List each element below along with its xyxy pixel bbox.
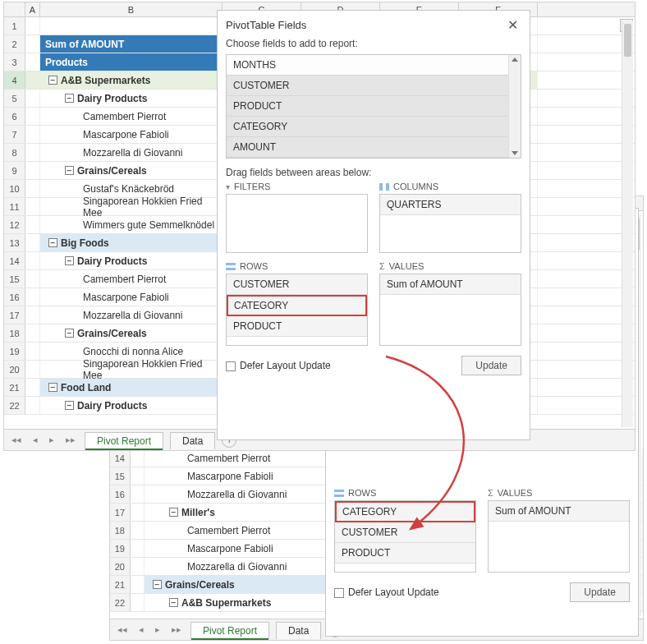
tab-nav-last[interactable]: ▸▸: [169, 624, 184, 635]
rows-icon: [334, 490, 344, 497]
row-header[interactable]: 11: [4, 198, 25, 215]
area-field-item[interactable]: PRODUCT: [335, 543, 475, 564]
defer-layout-checkbox[interactable]: Defer Layout Update: [334, 586, 439, 598]
col-header-A[interactable]: A: [25, 2, 40, 16]
tab-data[interactable]: Data: [276, 622, 321, 639]
col-header-B[interactable]: B: [40, 2, 223, 16]
area-field-item[interactable]: Sum of AMOUNT: [489, 501, 629, 522]
field-list-item[interactable]: CUSTOMER: [227, 76, 521, 96]
area-field-item[interactable]: CATEGORY: [335, 501, 475, 522]
pivot-row-label: Food Land: [61, 382, 111, 393]
collapse-icon[interactable]: −: [169, 508, 178, 517]
row-header[interactable]: 16: [110, 485, 131, 503]
defer-layout-checkbox[interactable]: Defer Layout Update: [226, 360, 331, 371]
field-list[interactable]: MONTHSCUSTOMERPRODUCTCATEGORYAMOUNT: [226, 54, 521, 159]
tab-nav-first[interactable]: ◂◂: [9, 435, 24, 445]
field-list-item[interactable]: AMOUNT: [227, 137, 521, 158]
collapse-icon[interactable]: −: [48, 76, 57, 85]
row-header[interactable]: 12: [4, 216, 25, 233]
row-header[interactable]: 8: [4, 144, 25, 161]
tab-data[interactable]: Data: [170, 432, 215, 449]
row-header[interactable]: 18: [110, 522, 131, 539]
row-header[interactable]: 20: [110, 558, 131, 575]
columns-drop-area[interactable]: QUARTERS: [379, 194, 521, 253]
pivot-row-label: Singaporean Hokkien Fried Mee: [83, 358, 222, 381]
rows-drop-area-2[interactable]: CATEGORYCUSTOMERPRODUCT: [334, 500, 476, 573]
collapse-icon[interactable]: −: [65, 166, 74, 175]
row-header[interactable]: 19: [110, 540, 131, 557]
collapse-icon[interactable]: −: [65, 329, 74, 338]
select-all-corner[interactable]: [4, 2, 25, 16]
values-drop-area-2[interactable]: Sum of AMOUNT: [488, 500, 630, 573]
row-header[interactable]: 14: [4, 252, 25, 269]
pivot-row-label: Camembert Pierrot: [83, 111, 166, 122]
row-header[interactable]: 22: [4, 397, 25, 414]
tab-pivot-report[interactable]: Pivot Report: [85, 432, 163, 450]
row-header[interactable]: 22: [110, 594, 131, 611]
row-header[interactable]: 20: [4, 361, 25, 378]
update-button[interactable]: Update: [461, 356, 521, 375]
row-header[interactable]: 6: [4, 108, 25, 125]
pivot-row-label: Camembert Pierrot: [187, 453, 270, 464]
area-field-item[interactable]: PRODUCT: [227, 316, 367, 337]
close-icon[interactable]: ✕: [504, 17, 521, 33]
tab-nav-first[interactable]: ◂◂: [115, 624, 130, 635]
field-list-item[interactable]: PRODUCT: [227, 96, 521, 117]
row-header[interactable]: 4: [4, 71, 25, 89]
tab-nav-prev[interactable]: ◂: [30, 435, 40, 445]
pivot-row-label: Mascarpone Fabioli: [83, 292, 169, 303]
row-header[interactable]: 5: [4, 90, 25, 107]
tab-nav-last[interactable]: ▸▸: [63, 435, 78, 445]
collapse-icon[interactable]: −: [153, 580, 162, 589]
tab-nav-next[interactable]: ▸: [153, 624, 163, 635]
drag-fields-label: Drag fields between areas below:: [218, 159, 530, 182]
row-header[interactable]: 7: [4, 126, 25, 143]
pane-title: PivotTable Fields: [226, 19, 306, 31]
row-header[interactable]: 18: [4, 324, 25, 342]
collapse-icon[interactable]: −: [65, 256, 74, 265]
row-header[interactable]: 1: [4, 17, 25, 34]
row-header[interactable]: 15: [110, 467, 131, 485]
area-field-item[interactable]: CUSTOMER: [227, 274, 367, 295]
row-header[interactable]: 3: [4, 53, 25, 71]
area-field-item[interactable]: CATEGORY: [227, 295, 367, 316]
vertical-scrollbar[interactable]: [622, 21, 633, 427]
row-header[interactable]: 17: [4, 306, 25, 324]
values-area-label: VALUES: [379, 261, 521, 271]
collapse-icon[interactable]: −: [48, 238, 57, 247]
sigma-icon: [488, 488, 493, 498]
values-area-label: VALUES: [488, 488, 630, 498]
field-list-item[interactable]: MONTHS: [227, 55, 521, 76]
row-header[interactable]: 9: [4, 162, 25, 179]
field-list-item[interactable]: CATEGORY: [227, 117, 521, 137]
row-header[interactable]: 15: [4, 270, 25, 288]
field-list-scrollbar[interactable]: [508, 55, 521, 158]
pivot-row-label: Mozzarella di Giovanni: [187, 489, 287, 500]
pivot-row-label: Grains/Cereals: [77, 165, 147, 177]
row-header[interactable]: 14: [110, 449, 131, 467]
row-header[interactable]: 16: [4, 288, 25, 306]
area-field-item[interactable]: QUARTERS: [380, 195, 521, 215]
tab-nav-prev[interactable]: ◂: [136, 624, 146, 635]
values-drop-area[interactable]: Sum of AMOUNT: [379, 274, 521, 346]
collapse-icon[interactable]: −: [65, 401, 74, 410]
pivot-row-label: Grains/Cereals: [77, 328, 147, 339]
row-header[interactable]: 17: [110, 504, 131, 521]
collapse-icon[interactable]: −: [48, 383, 57, 392]
row-header[interactable]: 21: [4, 379, 25, 396]
collapse-icon[interactable]: −: [65, 94, 74, 103]
row-header[interactable]: 2: [4, 35, 25, 53]
row-header[interactable]: 21: [110, 576, 131, 593]
collapse-icon[interactable]: −: [169, 598, 178, 607]
row-header[interactable]: 13: [4, 234, 25, 251]
filters-drop-area[interactable]: [226, 194, 368, 253]
tab-pivot-report[interactable]: Pivot Report: [190, 622, 269, 640]
tab-nav-next[interactable]: ▸: [47, 435, 57, 445]
area-field-item[interactable]: Sum of AMOUNT: [380, 274, 521, 295]
row-header[interactable]: 10: [4, 180, 25, 197]
row-header[interactable]: 19: [4, 343, 25, 360]
pivot-row-label: Dairy Products: [77, 255, 147, 267]
rows-drop-area[interactable]: CUSTOMERCATEGORYPRODUCT: [226, 274, 368, 346]
update-button[interactable]: Update: [570, 582, 630, 602]
area-field-item[interactable]: CUSTOMER: [335, 522, 475, 543]
